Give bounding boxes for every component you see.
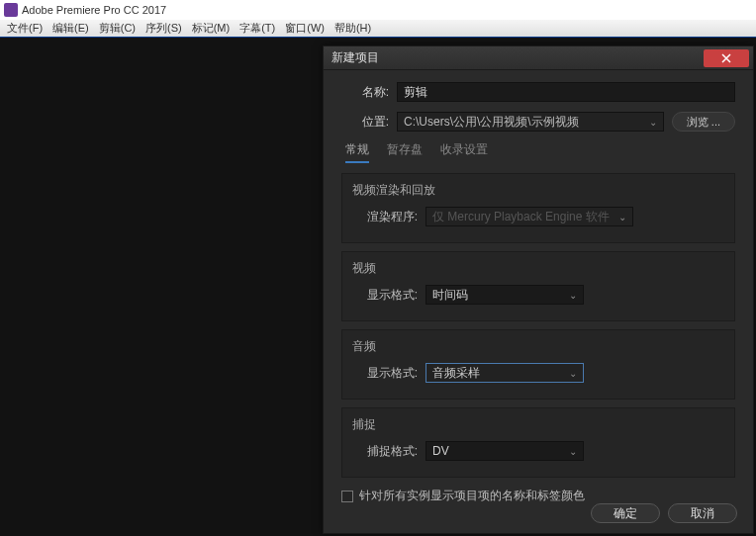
menu-window[interactable]: 窗口(W) xyxy=(280,21,330,36)
chevron-down-icon: ⌄ xyxy=(569,446,577,457)
capture-format-value: DV xyxy=(432,444,449,458)
tab-general[interactable]: 常规 xyxy=(345,141,369,163)
location-dropdown[interactable]: C:\Users\公用\公用视频\示例视频 ⌄ xyxy=(397,112,664,132)
close-icon xyxy=(721,53,731,63)
menu-marker[interactable]: 标记(M) xyxy=(187,21,236,36)
video-format-row: 显示格式: 时间码 ⌄ xyxy=(352,285,724,305)
ok-button[interactable]: 确定 xyxy=(591,503,660,523)
display-name-label-checkbox[interactable] xyxy=(341,491,353,502)
ok-label: 确定 xyxy=(614,505,637,522)
audio-format-label: 显示格式: xyxy=(352,365,418,382)
section-capture-title: 捕捉 xyxy=(352,416,724,433)
section-capture: 捕捉 捕捉格式: DV ⌄ xyxy=(341,407,735,478)
audio-format-row: 显示格式: 音频采样 ⌄ xyxy=(352,363,724,383)
cancel-button[interactable]: 取消 xyxy=(668,503,737,523)
menu-title[interactable]: 字幕(T) xyxy=(235,21,280,36)
location-label: 位置: xyxy=(341,114,389,131)
section-video: 视频 显示格式: 时间码 ⌄ xyxy=(341,251,735,321)
menu-help[interactable]: 帮助(H) xyxy=(330,21,376,36)
display-name-label-text: 针对所有实例显示项目项的名称和标签颜色 xyxy=(359,488,585,504)
dialog-body: 名称: 位置: C:\Users\公用\公用视频\示例视频 ⌄ 浏览 ... 常… xyxy=(324,70,753,512)
browse-button[interactable]: 浏览 ... xyxy=(672,112,735,132)
location-row: 位置: C:\Users\公用\公用视频\示例视频 ⌄ 浏览 ... xyxy=(341,112,735,132)
audio-format-value: 音频采样 xyxy=(432,365,480,382)
browse-label: 浏览 ... xyxy=(687,115,720,130)
section-audio-title: 音频 xyxy=(352,338,724,355)
chevron-down-icon: ⌄ xyxy=(569,290,577,301)
new-project-dialog: 新建项目 名称: 位置: C:\Users\公用\公用视频\示例视频 ⌄ 浏览 … xyxy=(323,45,754,534)
video-format-label: 显示格式: xyxy=(352,287,418,304)
app-titlebar: Adobe Premiere Pro CC 2017 xyxy=(0,0,756,20)
video-format-dropdown[interactable]: 时间码 ⌄ xyxy=(425,285,584,305)
video-format-value: 时间码 xyxy=(432,287,468,304)
section-video-render: 视频渲染和回放 渲染程序: 仅 Mercury Playback Engine … xyxy=(341,173,735,243)
project-name-input[interactable] xyxy=(397,82,735,102)
menu-file[interactable]: 文件(F) xyxy=(2,21,47,36)
renderer-value: 仅 Mercury Playback Engine 软件 xyxy=(432,209,610,225)
tab-scratch-disks[interactable]: 暂存盘 xyxy=(387,141,423,163)
chevron-down-icon: ⌄ xyxy=(618,212,626,223)
capture-format-dropdown[interactable]: DV ⌄ xyxy=(425,441,584,461)
dialog-tabs: 常规 暂存盘 收录设置 xyxy=(341,141,735,163)
capture-format-row: 捕捉格式: DV ⌄ xyxy=(352,441,724,461)
section-video-title: 视频 xyxy=(352,260,724,277)
renderer-label: 渲染程序: xyxy=(352,209,418,225)
dialog-close-button[interactable] xyxy=(704,49,749,67)
dialog-title: 新建项目 xyxy=(331,49,379,66)
renderer-dropdown: 仅 Mercury Playback Engine 软件 ⌄ xyxy=(425,207,633,226)
menu-clip[interactable]: 剪辑(C) xyxy=(94,21,141,36)
menu-sequence[interactable]: 序列(S) xyxy=(141,21,187,36)
location-value: C:\Users\公用\公用视频\示例视频 xyxy=(404,114,579,131)
capture-format-label: 捕捉格式: xyxy=(352,443,418,460)
cancel-label: 取消 xyxy=(691,505,714,522)
menu-bar: 文件(F) 编辑(E) 剪辑(C) 序列(S) 标记(M) 字幕(T) 窗口(W… xyxy=(0,20,756,38)
name-row: 名称: xyxy=(341,82,735,102)
menu-edit[interactable]: 编辑(E) xyxy=(47,21,94,36)
dialog-footer: 确定 取消 xyxy=(591,503,737,523)
tab-ingest-settings[interactable]: 收录设置 xyxy=(440,141,488,163)
app-title: Adobe Premiere Pro CC 2017 xyxy=(22,4,166,16)
audio-format-dropdown[interactable]: 音频采样 ⌄ xyxy=(425,363,584,383)
app-icon xyxy=(4,3,18,17)
chevron-down-icon: ⌄ xyxy=(649,117,657,128)
dialog-titlebar: 新建项目 xyxy=(324,46,753,70)
name-label: 名称: xyxy=(341,84,389,101)
renderer-row: 渲染程序: 仅 Mercury Playback Engine 软件 ⌄ xyxy=(352,207,724,226)
chevron-down-icon: ⌄ xyxy=(569,368,577,379)
display-name-label-row[interactable]: 针对所有实例显示项目项的名称和标签颜色 xyxy=(341,488,735,504)
section-render-title: 视频渲染和回放 xyxy=(352,182,724,199)
section-audio: 音频 显示格式: 音频采样 ⌄ xyxy=(341,329,735,400)
